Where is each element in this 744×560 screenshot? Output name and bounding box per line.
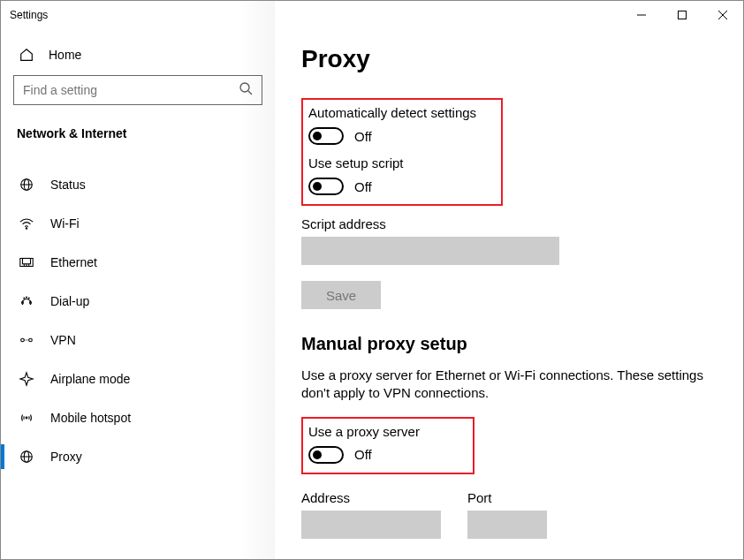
svg-point-4	[240, 83, 249, 92]
svg-point-16	[27, 297, 27, 298]
search-input[interactable]	[13, 75, 262, 105]
dialup-icon	[19, 293, 34, 309]
svg-point-18	[21, 338, 25, 342]
svg-point-21	[26, 417, 27, 419]
category-title: Network & Internet	[13, 121, 262, 165]
auto-detect-toggle[interactable]	[308, 127, 344, 145]
svg-rect-11	[23, 259, 31, 264]
address-label: Address	[301, 490, 441, 505]
sidebar-item-proxy[interactable]: Proxy	[13, 437, 262, 476]
script-address-input[interactable]	[301, 237, 559, 265]
home-icon	[19, 47, 34, 63]
sidebar-item-label: Mobile hotspot	[50, 411, 131, 425]
close-button[interactable]	[702, 1, 743, 29]
use-proxy-label: Use a proxy server	[308, 424, 420, 439]
svg-point-19	[29, 338, 33, 342]
sidebar-item-label: Ethernet	[50, 255, 97, 269]
sidebar-item-ethernet[interactable]: Ethernet	[13, 243, 262, 282]
manual-setup-title: Manual proxy setup	[301, 334, 718, 354]
home-nav[interactable]: Home	[13, 40, 262, 75]
sidebar-item-vpn[interactable]: VPN	[13, 321, 262, 359]
sidebar-item-label: Status	[50, 178, 86, 192]
use-script-label: Use setup script	[308, 155, 476, 170]
auto-proxy-highlight: Automatically detect settings Off Use se…	[301, 98, 503, 206]
window-title: Settings	[10, 9, 48, 21]
minimize-button[interactable]	[621, 1, 662, 29]
status-icon	[19, 177, 34, 193]
search-field[interactable]	[23, 83, 239, 97]
svg-point-17	[28, 298, 29, 299]
use-proxy-state: Off	[354, 447, 372, 462]
sidebar-item-hotspot[interactable]: Mobile hotspot	[13, 398, 262, 437]
sidebar-item-status[interactable]: Status	[13, 165, 262, 204]
manual-setup-desc: Use a proxy server for Ethernet or Wi-Fi…	[301, 367, 718, 403]
home-label: Home	[49, 48, 81, 62]
page-title: Proxy	[301, 45, 718, 73]
maximize-button[interactable]	[662, 1, 702, 29]
use-script-state: Off	[354, 179, 372, 194]
sidebar-item-label: Airplane mode	[50, 372, 130, 386]
use-proxy-highlight: Use a proxy server Off	[301, 417, 474, 474]
svg-line-5	[248, 91, 252, 95]
use-proxy-toggle[interactable]	[308, 446, 344, 464]
auto-detect-label: Automatically detect settings	[308, 105, 476, 120]
svg-point-15	[24, 298, 25, 299]
sidebar-item-airplane[interactable]: Airplane mode	[13, 359, 262, 398]
sidebar-item-label: VPN	[50, 333, 76, 347]
proxy-icon	[19, 449, 34, 465]
auto-detect-state: Off	[354, 129, 372, 144]
sidebar-item-label: Wi-Fi	[50, 216, 80, 231]
hotspot-icon	[19, 410, 34, 426]
airplane-icon	[19, 371, 34, 387]
vpn-icon	[19, 332, 34, 348]
sidebar-item-label: Dial-up	[50, 294, 89, 308]
wifi-icon	[19, 216, 34, 231]
sidebar-item-dialup[interactable]: Dial-up	[13, 282, 262, 321]
search-icon	[239, 81, 253, 99]
save-button[interactable]: Save	[301, 281, 381, 309]
use-script-toggle[interactable]	[308, 178, 344, 195]
ethernet-icon	[19, 254, 34, 270]
svg-point-9	[26, 228, 27, 229]
script-address-label: Script address	[301, 216, 718, 231]
port-input[interactable]	[467, 511, 547, 539]
sidebar-item-label: Proxy	[50, 450, 82, 464]
port-label: Port	[467, 490, 547, 505]
address-input[interactable]	[301, 511, 441, 539]
sidebar-item-wifi[interactable]: Wi-Fi	[13, 204, 262, 243]
svg-rect-1	[679, 11, 687, 19]
